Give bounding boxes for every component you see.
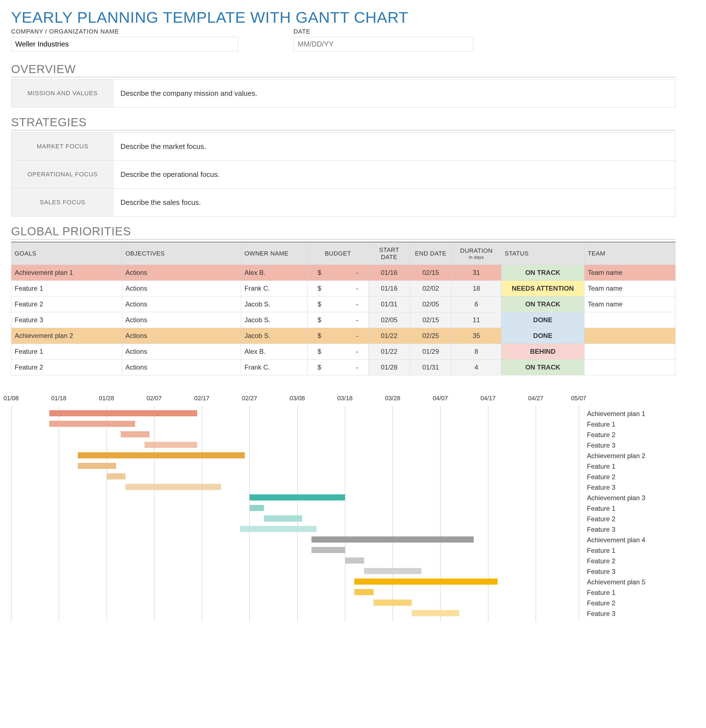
gantt-bar[interactable] <box>78 463 116 469</box>
cell-goal[interactable]: Feature 1 <box>12 344 122 360</box>
cell-end[interactable]: 02/05 <box>410 296 451 312</box>
cell-objective[interactable]: Actions <box>122 344 241 360</box>
gantt-chart: 01/0801/1801/2802/0702/1702/2703/0803/18… <box>11 395 676 622</box>
cell-end[interactable]: 01/29 <box>410 344 451 360</box>
cell-objective[interactable]: Actions <box>122 360 241 376</box>
gantt-bar[interactable] <box>354 589 373 595</box>
cell-start[interactable]: 01/22 <box>369 328 410 344</box>
cell-start[interactable]: 01/28 <box>369 360 410 376</box>
date-input[interactable] <box>294 37 473 52</box>
cell-team[interactable] <box>584 344 676 360</box>
cell-goal[interactable]: Achievement plan 1 <box>12 265 122 281</box>
strategies-value[interactable]: Describe the market focus. <box>114 133 675 160</box>
gantt-bar[interactable] <box>345 558 364 563</box>
cell-end[interactable]: 02/25 <box>410 328 451 344</box>
cell-start[interactable]: 01/16 <box>369 281 410 296</box>
gantt-bar[interactable] <box>49 421 135 427</box>
page-title: YEARLY PLANNING TEMPLATE WITH GANTT CHAR… <box>11 8 676 26</box>
cell-end[interactable]: 01/31 <box>410 360 451 376</box>
gantt-bar[interactable] <box>49 410 197 416</box>
cell-end[interactable]: 02/15 <box>410 265 451 281</box>
company-input[interactable] <box>11 37 238 52</box>
cell-duration[interactable]: 18 <box>451 281 501 296</box>
cell-team[interactable] <box>584 360 676 376</box>
gantt-bar[interactable] <box>126 484 221 490</box>
gantt-bar[interactable] <box>354 579 498 585</box>
cell-status[interactable]: DONE <box>501 328 584 344</box>
overview-value[interactable]: Describe the company mission and values. <box>114 79 675 107</box>
cell-owner[interactable]: Alex B. <box>241 344 308 360</box>
gantt-bar[interactable] <box>249 494 345 500</box>
cell-status[interactable]: ON TRACK <box>501 360 584 376</box>
cell-objective[interactable]: Actions <box>122 281 241 296</box>
gantt-task-label: Feature 2 <box>579 598 676 608</box>
cell-duration[interactable]: 6 <box>451 296 501 312</box>
cell-budget[interactable]: $- <box>308 360 369 376</box>
cell-budget[interactable]: $- <box>308 296 369 312</box>
cell-duration[interactable]: 4 <box>451 360 501 376</box>
cell-duration[interactable]: 11 <box>451 312 501 328</box>
gantt-task-label: Feature 1 <box>579 545 676 556</box>
cell-owner[interactable]: Alex B. <box>241 265 308 281</box>
cell-owner[interactable]: Jacob S. <box>241 312 308 328</box>
cell-budget[interactable]: $- <box>308 328 369 344</box>
cell-owner[interactable]: Jacob S. <box>241 328 308 344</box>
cell-status[interactable]: BEHIND <box>501 344 584 360</box>
cell-goal[interactable]: Feature 3 <box>12 312 122 328</box>
cell-start[interactable]: 01/31 <box>369 296 410 312</box>
gantt-bar[interactable] <box>311 547 345 553</box>
cell-end[interactable]: 02/15 <box>410 312 451 328</box>
cell-team[interactable]: Team name <box>584 296 676 312</box>
strategies-value[interactable]: Describe the sales focus. <box>114 189 675 216</box>
table-row: Feature 3ActionsJacob S.$-02/0502/1511DO… <box>12 312 676 328</box>
cell-owner[interactable]: Frank C. <box>241 281 308 296</box>
cell-owner[interactable]: Frank C. <box>241 360 308 376</box>
cell-team[interactable]: Team name <box>584 265 676 281</box>
cell-goal[interactable]: Feature 2 <box>12 360 122 376</box>
cell-objective[interactable]: Actions <box>122 265 241 281</box>
cell-owner[interactable]: Jacob S. <box>241 296 308 312</box>
cell-budget[interactable]: $- <box>308 265 369 281</box>
strategies-value[interactable]: Describe the operational focus. <box>114 160 675 188</box>
gantt-bar[interactable] <box>264 516 302 521</box>
cell-budget[interactable]: $- <box>308 312 369 328</box>
gantt-bar[interactable] <box>373 599 412 606</box>
cell-objective[interactable]: Actions <box>122 296 241 312</box>
cell-status[interactable]: ON TRACK <box>501 265 584 281</box>
gantt-bar[interactable] <box>249 505 264 511</box>
gantt-bar[interactable] <box>240 526 317 532</box>
cell-budget[interactable]: $- <box>308 281 369 296</box>
cell-team[interactable]: Team name <box>584 281 676 296</box>
table-row: Feature 2ActionsJacob S.$-01/3102/056ON … <box>12 296 676 312</box>
gantt-row <box>11 493 579 503</box>
gantt-bar[interactable] <box>78 452 245 458</box>
cell-start[interactable]: 01/22 <box>369 344 410 360</box>
gantt-bar[interactable] <box>145 442 197 448</box>
cell-team[interactable] <box>584 312 676 328</box>
cell-duration[interactable]: 8 <box>451 344 501 360</box>
cell-status[interactable]: NEEDS ATTENTION <box>501 281 584 296</box>
cell-objective[interactable]: Actions <box>122 328 241 344</box>
gantt-bar[interactable] <box>364 568 421 574</box>
cell-status[interactable]: ON TRACK <box>501 296 584 312</box>
cell-budget[interactable]: $- <box>308 344 369 360</box>
cell-goal[interactable]: Achievement plan 2 <box>12 328 122 344</box>
cell-goal[interactable]: Feature 2 <box>12 296 122 312</box>
gantt-bar[interactable] <box>412 610 459 616</box>
gantt-bar[interactable] <box>107 473 126 480</box>
cell-status[interactable]: DONE <box>501 312 584 328</box>
cell-start[interactable]: 02/05 <box>369 312 410 328</box>
cell-duration[interactable]: 35 <box>451 328 501 344</box>
cell-objective[interactable]: Actions <box>122 312 241 328</box>
cell-duration[interactable]: 31 <box>451 265 501 281</box>
gantt-tick: 03/18 <box>328 395 362 402</box>
cell-end[interactable]: 02/02 <box>410 281 451 296</box>
cell-start[interactable]: 01/16 <box>369 265 410 281</box>
cell-team[interactable] <box>584 328 676 344</box>
gantt-bar[interactable] <box>311 536 474 543</box>
gantt-tick: 02/17 <box>185 395 218 402</box>
gantt-task-label: Feature 3 <box>579 566 676 577</box>
gantt-task-label: Feature 1 <box>579 419 676 430</box>
gantt-bar[interactable] <box>121 431 149 437</box>
cell-goal[interactable]: Feature 1 <box>12 281 122 296</box>
